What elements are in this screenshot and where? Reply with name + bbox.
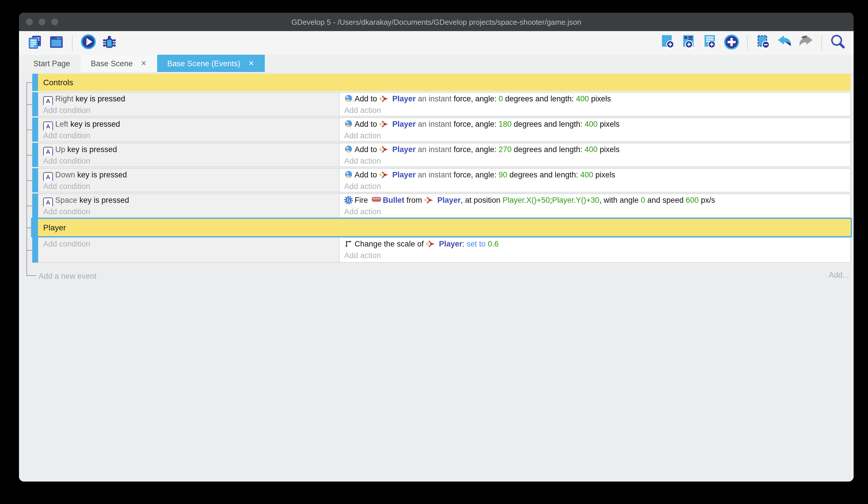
condition-sentence[interactable]: ALeft key is pressed — [43, 119, 339, 130]
actions-column[interactable]: Add to Player an instant force, angle: 9… — [340, 169, 850, 192]
preview-play-button[interactable] — [80, 35, 96, 51]
text-segment: Player — [392, 145, 416, 154]
actions-column[interactable]: Add to Player an instant force, angle: 2… — [340, 143, 850, 167]
text-segment: 180 — [498, 120, 512, 129]
text-segment: key is pressed — [80, 196, 129, 204]
add-new-event-link[interactable]: Add a new event — [39, 272, 96, 281]
action-sentence[interactable]: GFire Bullet from Player, at position Pl… — [344, 195, 850, 206]
text-segment: Player — [392, 94, 416, 103]
text-segment: 90 — [498, 171, 507, 179]
text-segment: from — [404, 196, 424, 204]
event-row: ADown key is pressedAdd conditionAdd to … — [32, 168, 851, 192]
action-sentence[interactable]: Add to Player an instant force, angle: 1… — [344, 119, 850, 130]
text-segment: Change the scale of — [354, 240, 426, 248]
text-segment: 400 — [585, 145, 598, 154]
text-segment: Fire — [354, 196, 370, 204]
scene-editor-window-button[interactable] — [48, 35, 64, 51]
force-icon — [344, 94, 353, 103]
text-segment: : — [462, 240, 466, 248]
traffic-lights — [26, 18, 58, 26]
text-segment: Left — [55, 120, 71, 129]
gdevelop-window: GDevelop 5 - /Users/dkarakay/Documents/G… — [19, 13, 854, 482]
toolbar-left-group — [27, 35, 117, 51]
event-body: ALeft key is pressedAdd conditionAdd to … — [38, 118, 851, 142]
actions-column[interactable]: GFire Bullet from Player, at position Pl… — [340, 194, 850, 217]
group-header-fill: Player — [38, 219, 851, 236]
add-condition-link[interactable]: Add condition — [43, 155, 339, 167]
add-action-link[interactable]: Add action — [344, 181, 850, 192]
debugger-bug-button[interactable] — [101, 35, 117, 51]
conditions-column[interactable]: Add condition — [39, 238, 340, 262]
action-sentence[interactable]: Add to Player an instant force, angle: 2… — [344, 144, 850, 155]
tree-guide-line — [27, 130, 32, 130]
add-action-link[interactable]: Add action — [344, 250, 850, 262]
add-condition-link[interactable]: Add condition — [43, 206, 339, 218]
tree-guide-line — [27, 104, 32, 105]
actions-column[interactable]: Add to Player an instant force, angle: 1… — [340, 118, 850, 141]
redo-button[interactable] — [798, 35, 814, 51]
conditions-column[interactable]: ADown key is pressedAdd condition — [39, 169, 340, 192]
add-sub-event-button[interactable] — [681, 35, 697, 51]
conditions-column[interactable]: AUp key is pressedAdd condition — [39, 143, 340, 167]
text-segment — [390, 171, 393, 179]
add-condition-link[interactable]: Add condition — [43, 181, 339, 192]
text-segment: key is pressed — [76, 94, 125, 103]
remove-event-button[interactable] — [755, 35, 771, 51]
group-header-controls[interactable]: Controls — [32, 74, 851, 91]
conditions-column[interactable]: ASpace key is pressedAdd condition — [39, 194, 340, 217]
event-body: Add conditionChange the scale of Player:… — [38, 237, 851, 263]
add-condition-link[interactable]: Add condition — [43, 130, 339, 142]
conditions-column[interactable]: ALeft key is pressedAdd condition — [39, 118, 340, 141]
close-button[interactable] — [26, 18, 33, 26]
text-segment: Player — [392, 120, 416, 129]
text-segment: an instant — [418, 171, 452, 179]
project-manager-icon — [28, 34, 43, 52]
add-comment-event-button[interactable] — [702, 35, 719, 51]
text-segment: Add to — [354, 120, 379, 129]
add-action-link[interactable]: Add action — [344, 105, 850, 117]
actions-column[interactable]: Add to Player an instant force, angle: 0… — [340, 93, 850, 116]
force-icon — [344, 145, 353, 154]
actions-column[interactable]: Change the scale of Player: set to 0.6Ad… — [340, 238, 850, 262]
group-header-player[interactable]: Player — [32, 219, 851, 236]
add-button[interactable]: Add... — [829, 271, 849, 279]
project-manager-button[interactable] — [27, 35, 43, 51]
conditions-column[interactable]: ARight key is pressedAdd condition — [39, 93, 340, 116]
text-segment: degrees and length: — [503, 94, 576, 103]
text-segment: Player.Y()+30 — [552, 196, 599, 204]
keyboard-key-icon: A — [43, 96, 53, 105]
add-condition-link[interactable]: Add condition — [43, 105, 339, 117]
event-color-bar — [32, 237, 38, 263]
tab-start-page[interactable]: Start Page — [23, 55, 81, 72]
add-action-link[interactable]: Add action — [344, 206, 850, 218]
tab-base-scene[interactable]: Base Scene✕ — [81, 55, 157, 72]
search-button[interactable] — [829, 35, 846, 51]
undo-button[interactable] — [776, 35, 793, 51]
condition-sentence[interactable]: ADown key is pressed — [43, 169, 339, 181]
event-row: ASpace key is pressedAdd conditionGFire … — [32, 193, 851, 218]
tree-guide-line — [27, 82, 32, 83]
add-other-event-button[interactable] — [724, 35, 740, 51]
action-sentence[interactable]: Add to Player an instant force, angle: 0… — [344, 93, 850, 105]
add-condition-link[interactable]: Add condition — [43, 239, 339, 250]
zoom-button[interactable] — [51, 18, 58, 26]
condition-sentence[interactable]: ARight key is pressed — [43, 93, 339, 105]
condition-sentence[interactable]: ASpace key is pressed — [43, 195, 339, 206]
text-segment: Player.X()+50 — [503, 196, 550, 204]
title-bar: GDevelop 5 - /Users/dkarakay/Documents/G… — [19, 13, 854, 31]
close-tab-icon[interactable]: ✕ — [248, 60, 254, 67]
action-sentence[interactable]: Add to Player an instant force, angle: 9… — [344, 169, 850, 181]
add-action-link[interactable]: Add action — [344, 155, 850, 167]
condition-sentence[interactable]: AUp key is pressed — [43, 144, 339, 155]
minimize-button[interactable] — [39, 18, 45, 26]
add-event-button[interactable] — [660, 35, 676, 51]
event-row: ALeft key is pressedAdd conditionAdd to … — [32, 118, 851, 142]
event-body: ASpace key is pressedAdd conditionGFire … — [38, 193, 851, 218]
tab-base-scene-events-[interactable]: Base Scene (Events)✕ — [157, 55, 265, 72]
action-sentence[interactable]: Change the scale of Player: set to 0.6 — [344, 239, 850, 250]
group-header-fill: Controls — [38, 74, 851, 91]
add-action-link[interactable]: Add action — [344, 130, 850, 142]
player-object-icon — [379, 145, 389, 154]
tree-guide-line — [27, 228, 32, 228]
close-tab-icon[interactable]: ✕ — [141, 60, 146, 67]
